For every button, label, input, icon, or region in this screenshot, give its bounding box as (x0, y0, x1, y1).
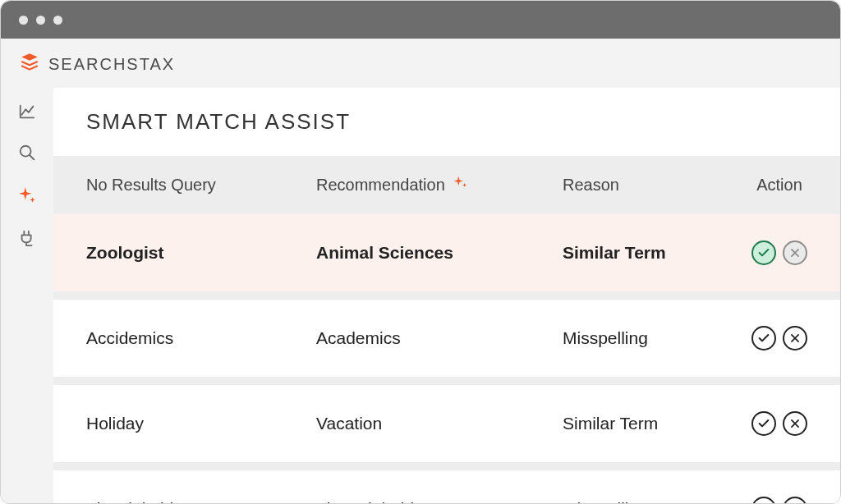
sidebar (1, 88, 53, 503)
cell-query: Holiday (86, 414, 316, 433)
cell-query: Accidemics (86, 328, 316, 348)
sparkle-icon (452, 174, 470, 196)
approve-button[interactable] (751, 326, 776, 351)
col-action: Action (751, 176, 807, 195)
reject-button[interactable] (783, 411, 807, 436)
table-row: AccidemicsAcademicsMisspelling (53, 291, 840, 377)
cell-recommendation: Academics (316, 328, 563, 348)
reject-button[interactable] (783, 497, 807, 504)
cell-actions (751, 497, 807, 504)
cell-reason: Similar Term (563, 414, 751, 433)
cell-query: Fiancial aid (86, 499, 316, 504)
cell-recommendation: Animal Sciences (316, 243, 563, 263)
search-icon[interactable] (18, 144, 36, 162)
approve-button[interactable] (751, 411, 776, 436)
reject-button[interactable] (783, 326, 807, 351)
main-area: SMART MATCH ASSIST No Results Query Reco… (1, 88, 840, 503)
table-header: No Results Query Recommendation Reason A… (53, 156, 840, 214)
approve-button[interactable] (751, 497, 776, 504)
cell-query: Zoologist (86, 243, 316, 263)
cell-recommendation: Vacation (316, 414, 563, 433)
table-row: HolidayVacationSimilar Term (53, 377, 840, 462)
approve-button[interactable] (751, 241, 776, 265)
cell-actions (751, 411, 807, 436)
cell-reason: Misspelling (563, 499, 751, 504)
window-titlebar (1, 1, 840, 39)
brand-logo-icon (19, 52, 40, 76)
brand-row: SEARCHSTAX (1, 39, 840, 88)
plugin-icon[interactable] (18, 229, 36, 247)
cell-reason: Similar Term (563, 243, 751, 263)
window-dot[interactable] (53, 16, 62, 25)
app-window: SEARCHSTAX (0, 0, 841, 504)
content-area: SMART MATCH ASSIST No Results Query Reco… (53, 88, 840, 503)
col-reason: Reason (563, 176, 751, 195)
analytics-icon[interactable] (18, 103, 36, 121)
table-row: Fiancial aidFinancial AidMisspelling (53, 462, 840, 504)
window-dot[interactable] (36, 16, 45, 25)
reject-button[interactable] (783, 241, 807, 265)
page-title: SMART MATCH ASSIST (53, 88, 840, 156)
col-query: No Results Query (86, 176, 316, 195)
table-body: ZoologistAnimal SciencesSimilar TermAcci… (53, 214, 840, 504)
col-recommendation: Recommendation (316, 174, 563, 196)
window-dot[interactable] (19, 16, 28, 25)
sparkle-icon[interactable] (16, 185, 38, 206)
table-row: ZoologistAnimal SciencesSimilar Term (53, 214, 840, 291)
cell-actions (751, 326, 807, 351)
cell-reason: Misspelling (563, 328, 751, 348)
brand-name: SEARCHSTAX (48, 55, 175, 74)
cell-actions (751, 241, 807, 265)
cell-recommendation: Financial Aid (316, 499, 563, 504)
col-recommendation-label: Recommendation (316, 176, 445, 195)
